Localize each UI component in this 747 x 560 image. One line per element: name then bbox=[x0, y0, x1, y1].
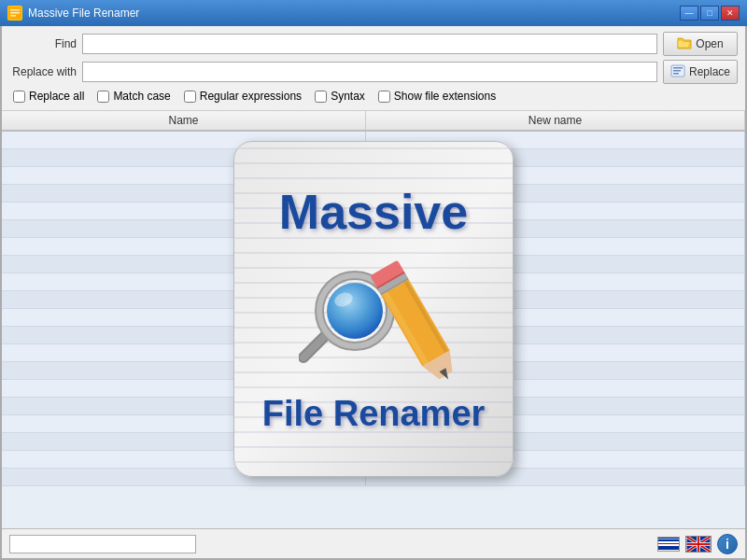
cell-name bbox=[2, 433, 366, 450]
table-row[interactable] bbox=[2, 273, 745, 291]
cell-name bbox=[2, 451, 366, 468]
replace-all-label: Replace all bbox=[29, 90, 84, 103]
cell-name bbox=[2, 398, 366, 414]
cell-newname bbox=[366, 149, 745, 166]
svg-rect-3 bbox=[10, 15, 16, 17]
cell-newname bbox=[366, 415, 745, 432]
uk-flag-icon bbox=[657, 537, 680, 552]
cell-name bbox=[2, 238, 366, 255]
table-row[interactable] bbox=[2, 132, 745, 149]
table-row[interactable] bbox=[2, 256, 745, 273]
syntax-checkbox[interactable]: Syntax bbox=[315, 90, 365, 103]
table-row[interactable] bbox=[2, 415, 745, 433]
cell-newname bbox=[366, 132, 745, 148]
find-row: Find Open bbox=[9, 32, 738, 56]
replace-button[interactable]: Replace bbox=[663, 60, 738, 84]
cell-newname bbox=[366, 398, 745, 414]
svg-rect-7 bbox=[673, 73, 679, 75]
close-button[interactable]: ✕ bbox=[721, 6, 740, 21]
cell-name bbox=[2, 469, 366, 485]
replace-row: Replace with Replace bbox=[9, 60, 738, 84]
cell-newname bbox=[366, 273, 745, 290]
show-extensions-label: Show file extensions bbox=[394, 90, 496, 103]
title-bar: Massive File Renamer — □ ✕ bbox=[0, 0, 747, 26]
find-label: Find bbox=[9, 37, 77, 50]
show-extensions-checkbox[interactable]: Show file extensions bbox=[378, 90, 496, 103]
file-table: Name New name bbox=[2, 111, 745, 528]
cell-newname bbox=[366, 256, 745, 273]
table-row[interactable] bbox=[2, 451, 745, 469]
cell-name bbox=[2, 309, 366, 326]
folder-open-icon bbox=[677, 36, 692, 52]
app-icon bbox=[7, 6, 22, 21]
cell-newname bbox=[366, 238, 745, 255]
table-row[interactable] bbox=[2, 238, 745, 256]
table-row[interactable] bbox=[2, 362, 745, 380]
open-label: Open bbox=[696, 37, 723, 50]
replace-all-checkbox[interactable]: Replace all bbox=[13, 90, 84, 103]
status-input[interactable] bbox=[9, 535, 196, 553]
cell-newname bbox=[366, 433, 745, 450]
table-row[interactable] bbox=[2, 291, 745, 309]
restore-button[interactable]: □ bbox=[700, 6, 719, 21]
match-case-input[interactable] bbox=[97, 91, 109, 103]
minimize-button[interactable]: — bbox=[680, 6, 698, 21]
table-row[interactable] bbox=[2, 380, 745, 398]
cell-newname bbox=[366, 344, 745, 361]
show-extensions-input[interactable] bbox=[378, 91, 390, 103]
status-bar: i bbox=[2, 528, 745, 558]
cell-name bbox=[2, 273, 366, 290]
cell-name bbox=[2, 185, 366, 202]
column-header-newname: New name bbox=[366, 111, 745, 130]
regex-input[interactable] bbox=[184, 91, 196, 103]
cell-newname bbox=[366, 469, 745, 485]
window-controls: — □ ✕ bbox=[680, 6, 740, 21]
regex-label: Regular expressions bbox=[200, 90, 302, 103]
table-row[interactable] bbox=[2, 220, 745, 238]
table-row[interactable] bbox=[2, 149, 745, 167]
column-header-name: Name bbox=[2, 111, 366, 130]
regex-checkbox[interactable]: Regular expressions bbox=[184, 90, 302, 103]
cell-newname bbox=[366, 185, 745, 202]
svg-rect-31 bbox=[687, 543, 711, 545]
main-window: Find Open Replace with bbox=[0, 26, 747, 560]
cell-name bbox=[2, 415, 366, 432]
match-case-checkbox[interactable]: Match case bbox=[97, 90, 170, 103]
cell-name bbox=[2, 380, 366, 397]
cell-name bbox=[2, 291, 366, 308]
cell-newname bbox=[366, 362, 745, 379]
table-row[interactable] bbox=[2, 344, 745, 362]
uk-flag-icon bbox=[685, 536, 712, 553]
table-row[interactable] bbox=[2, 309, 745, 327]
svg-rect-1 bbox=[10, 9, 20, 11]
cell-newname bbox=[366, 451, 745, 468]
open-button[interactable]: Open bbox=[663, 32, 738, 56]
table-row[interactable] bbox=[2, 167, 745, 185]
replace-all-input[interactable] bbox=[13, 91, 25, 103]
cell-name bbox=[2, 149, 366, 166]
table-row[interactable] bbox=[2, 398, 745, 415]
table-row[interactable] bbox=[2, 433, 745, 451]
cell-newname bbox=[366, 327, 745, 343]
find-input[interactable] bbox=[82, 34, 657, 54]
cell-name bbox=[2, 256, 366, 273]
replace-label: Replace bbox=[689, 65, 730, 78]
cell-name bbox=[2, 203, 366, 219]
cell-newname bbox=[366, 203, 745, 219]
info-button[interactable]: i bbox=[717, 534, 738, 554]
cell-name bbox=[2, 344, 366, 361]
replace-with-input[interactable] bbox=[82, 62, 657, 82]
options-row: Replace all Match case Regular expressio… bbox=[9, 88, 738, 105]
replace-icon bbox=[670, 64, 685, 80]
syntax-input[interactable] bbox=[315, 91, 327, 103]
cell-newname bbox=[366, 167, 745, 184]
table-header: Name New name bbox=[2, 111, 745, 132]
table-row[interactable] bbox=[2, 185, 745, 203]
table-row[interactable] bbox=[2, 203, 745, 220]
match-case-label: Match case bbox=[113, 90, 170, 103]
toolbar: Find Open Replace with bbox=[2, 26, 745, 111]
cell-name bbox=[2, 362, 366, 379]
table-row[interactable] bbox=[2, 327, 745, 344]
table-row[interactable] bbox=[2, 469, 745, 486]
table-rows bbox=[2, 132, 745, 528]
